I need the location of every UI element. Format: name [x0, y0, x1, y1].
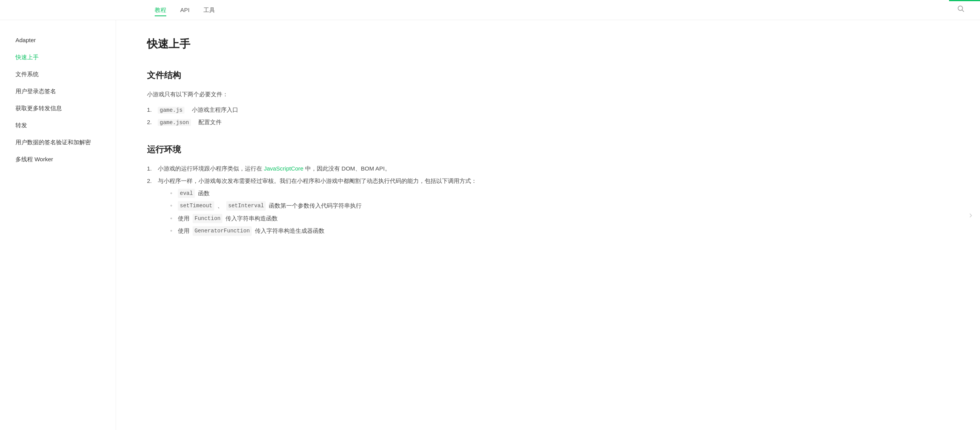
code-setinterval: setInterval [226, 201, 266, 210]
list-item: 1. game.js 小游戏主程序入口 [147, 105, 510, 114]
bullet-item-function: 使用 Function 传入字符串构造函数 [170, 214, 477, 223]
code-gamejson: game.json [158, 119, 191, 126]
search-icon [957, 5, 965, 12]
svg-line-1 [962, 10, 964, 12]
top-nav: 教程 API 工具 [0, 0, 980, 20]
main-content: 快速上手 文件结构 小游戏只有以下两个必要文件： 1. game.js 小游戏主… [116, 20, 541, 430]
bullet-prefix: 使用 [178, 226, 190, 235]
section-title-file-structure: 文件结构 [147, 68, 510, 82]
sidebar-item-signature-encrypt[interactable]: 用户数据的签名验证和加解密 [0, 134, 116, 151]
bullet-text: 函数 [198, 189, 210, 198]
nav-links: 教程 API 工具 [155, 4, 215, 16]
bullet-item-generatorfunction: 使用 GeneratorFunction 传入字符串构造生成器函数 [170, 226, 477, 235]
bullet-prefix: 使用 [178, 214, 190, 223]
sidebar-item-filesystem[interactable]: 文件系统 [0, 66, 116, 83]
nav-link-tools[interactable]: 工具 [203, 4, 215, 16]
section-runtime-env: 运行环境 1. 小游戏的运行环境跟小程序类似，运行在 JavaScriptCor… [147, 143, 510, 239]
search-button[interactable] [957, 5, 965, 15]
list-item-text: game.json 配置文件 [158, 118, 222, 127]
sidebar-item-forward[interactable]: 转发 [0, 117, 116, 134]
list-number: 2. [147, 176, 155, 186]
code-function: Function [193, 214, 222, 223]
list-number: 2. [147, 118, 155, 127]
section-desc-file-structure: 小游戏只有以下两个必要文件： [147, 90, 510, 99]
list-item-text: 小游戏的运行环境跟小程序类似，运行在 JavaScriptCore 中，因此没有… [158, 164, 391, 173]
section-file-structure: 文件结构 小游戏只有以下两个必要文件： 1. game.js 小游戏主程序入口 … [147, 68, 510, 127]
bullet-text: 函数第一个参数传入代码字符串执行 [269, 201, 362, 210]
javascriptcore-link[interactable]: JavaScriptCore [264, 165, 304, 172]
list-item-text: 与小程序一样，小游戏每次发布需要经过审核。我们在小程序和小游戏中都阉割了动态执行… [158, 176, 477, 239]
code-eval: eval [178, 189, 195, 198]
code-settimeout: setTimeout [178, 201, 214, 210]
file-list: 1. game.js 小游戏主程序入口 2. game.json 配置文件 [147, 105, 510, 127]
bullet-sep: 、 [217, 201, 223, 210]
runtime-text-2: 与小程序一样，小游戏每次发布需要经过审核。我们在小程序和小游戏中都阉割了动态执行… [158, 177, 477, 184]
code-generatorfunction: GeneratorFunction [193, 226, 252, 235]
section-title-runtime: 运行环境 [147, 143, 510, 156]
layout: Adapter 快速上手 文件系统 用户登录态签名 获取更多转发信息 转发 用户… [0, 20, 980, 430]
bullet-item-settimeout: setTimeout 、 setInterval 函数第一个参数传入代码字符串执… [170, 201, 477, 210]
progress-bar [949, 0, 980, 1]
svg-point-0 [958, 6, 963, 10]
sidebar: Adapter 快速上手 文件系统 用户登录态签名 获取更多转发信息 转发 用户… [0, 20, 116, 430]
nav-link-tutorials[interactable]: 教程 [155, 4, 166, 16]
code-gamejs: game.js [158, 107, 184, 114]
runtime-list: 1. 小游戏的运行环境跟小程序类似，运行在 JavaScriptCore 中，因… [147, 164, 510, 239]
bullet-text: 传入字符串构造生成器函数 [255, 226, 324, 235]
sidebar-item-forward-info[interactable]: 获取更多转发信息 [0, 100, 116, 117]
list-item-runtime-1: 1. 小游戏的运行环境跟小程序类似，运行在 JavaScriptCore 中，因… [147, 164, 510, 173]
sidebar-item-quickstart[interactable]: 快速上手 [0, 49, 116, 66]
runtime-text-after-link: 中，因此没有 DOM、BOM API。 [304, 165, 391, 172]
sidebar-item-adapter[interactable]: Adapter [0, 32, 116, 49]
list-item: 2. game.json 配置文件 [147, 118, 510, 127]
sidebar-item-worker[interactable]: 多线程 Worker [0, 151, 116, 168]
bullet-item-eval: eval 函数 [170, 189, 477, 198]
bullet-list: eval 函数 setTimeout 、 setInterval 函数第一个参数… [170, 189, 477, 236]
page-title: 快速上手 [147, 36, 510, 53]
runtime-text-before-link: 小游戏的运行环境跟小程序类似，运行在 [158, 165, 264, 172]
list-item-rest: 小游戏主程序入口 [186, 106, 238, 113]
list-number: 1. [147, 105, 155, 114]
sidebar-item-login-signature[interactable]: 用户登录态签名 [0, 83, 116, 100]
nav-link-api[interactable]: API [180, 4, 190, 16]
bullet-text: 传入字符串构造函数 [225, 214, 278, 223]
list-number: 1. [147, 164, 155, 173]
right-arrow-button[interactable]: › [969, 208, 972, 222]
list-item-rest: 配置文件 [193, 119, 222, 125]
list-item-text: game.js 小游戏主程序入口 [158, 105, 238, 114]
list-item-runtime-2: 2. 与小程序一样，小游戏每次发布需要经过审核。我们在小程序和小游戏中都阉割了动… [147, 176, 510, 239]
